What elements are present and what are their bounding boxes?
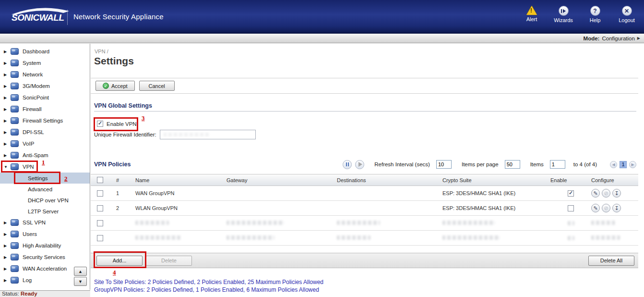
col-name: Name bbox=[135, 177, 227, 183]
play-refresh-button[interactable] bbox=[355, 160, 364, 169]
pause-icon bbox=[346, 162, 349, 166]
row-select-checkbox[interactable] bbox=[97, 235, 103, 241]
mode-arrow-icon[interactable]: ▶ bbox=[637, 36, 640, 40]
policy-name: WAN GroupVPN bbox=[135, 190, 227, 196]
expand-arrow-icon[interactable]: ▶ bbox=[4, 244, 9, 248]
logout-button[interactable]: ✕ Logout bbox=[616, 6, 637, 23]
policy-enable-checkbox[interactable] bbox=[568, 205, 574, 211]
help-icon: ? bbox=[590, 6, 600, 16]
redacted-content bbox=[135, 221, 169, 225]
sidebar-item-vpn[interactable]: ▼VPN bbox=[0, 161, 90, 173]
sidebar-item-l2tp-server[interactable]: L2TP Server bbox=[0, 206, 90, 217]
cancel-button[interactable]: Cancel bbox=[139, 81, 175, 91]
delete-all-button[interactable]: Delete All bbox=[588, 256, 634, 266]
mode-label: Mode: bbox=[584, 36, 600, 41]
row-select-checkbox[interactable] bbox=[97, 190, 103, 197]
pause-refresh-button[interactable] bbox=[343, 160, 352, 169]
sidebar-item-firewall[interactable]: ▶Firewall bbox=[0, 103, 90, 115]
logout-label: Logout bbox=[619, 17, 635, 23]
sidebar-item-label: Security Services bbox=[23, 254, 65, 260]
sidebar-item-network[interactable]: ▶Network bbox=[0, 69, 90, 80]
sidebar-item-label: WAN Acceleration bbox=[23, 266, 67, 272]
delete-policy-button[interactable]: Delete bbox=[146, 256, 192, 266]
status-bar: Status: Ready bbox=[0, 290, 90, 297]
sidebar-item-firewall-settings[interactable]: ▶Firewall Settings bbox=[0, 115, 90, 126]
expand-arrow-icon[interactable]: ▶ bbox=[4, 278, 9, 283]
current-page-button[interactable]: 1 bbox=[620, 161, 627, 168]
expand-arrow-icon[interactable]: ▶ bbox=[4, 130, 9, 135]
expand-arrow-icon[interactable]: ▶ bbox=[4, 232, 9, 236]
sidebar-item-anti-spam[interactable]: ▶Anti-Spam bbox=[0, 149, 90, 161]
sidebar-item-3g-modem[interactable]: ▶3G/Modem bbox=[0, 80, 90, 92]
help-button[interactable]: ? Help bbox=[584, 6, 606, 23]
row-select-checkbox[interactable] bbox=[97, 220, 103, 226]
items-label: Items bbox=[530, 161, 544, 167]
header-actions: Alert Wizards ? Help ✕ Logout bbox=[521, 6, 637, 23]
items-range-label: to 4 (of 4) bbox=[573, 161, 597, 167]
sidebar-item-dpi-ssl[interactable]: ▶DPI-SSL bbox=[0, 126, 90, 138]
page-title: Settings bbox=[94, 55, 134, 67]
logout-icon: ✕ bbox=[622, 6, 632, 16]
accept-button[interactable]: ✓ Accept bbox=[95, 81, 135, 91]
items-start-input[interactable] bbox=[550, 160, 565, 169]
mode-value[interactable]: Configuration bbox=[602, 36, 634, 41]
sidebar-item-security-services[interactable]: ▶Security Services bbox=[0, 251, 90, 263]
export-policy-icon[interactable]: ↧ bbox=[612, 204, 621, 212]
sonicpoint-icon bbox=[11, 94, 19, 101]
sidebar-item-label: Settings bbox=[28, 175, 48, 181]
expand-arrow-icon[interactable]: ▶ bbox=[4, 61, 9, 65]
expand-arrow-icon[interactable]: ▶ bbox=[4, 96, 9, 100]
expand-arrow-icon[interactable]: ▶ bbox=[4, 267, 9, 271]
select-all-checkbox[interactable] bbox=[97, 177, 103, 183]
expand-arrow-icon[interactable]: ▶ bbox=[4, 221, 9, 225]
expand-arrow-icon[interactable]: ▶ bbox=[4, 50, 9, 54]
disable-policy-icon[interactable]: ⊘ bbox=[602, 204, 610, 212]
expand-arrow-icon[interactable]: ▶ bbox=[4, 119, 9, 123]
dashboard-icon bbox=[11, 48, 19, 55]
sidebar-item-label: Anti-Spam bbox=[23, 152, 48, 158]
col-gateway: Gateway bbox=[227, 177, 337, 183]
sidebar-item-sonicpoint[interactable]: ▶SonicPoint bbox=[0, 92, 90, 103]
sidebar-item-dashboard[interactable]: ▶Dashboard bbox=[0, 46, 90, 57]
table-row bbox=[91, 216, 638, 231]
expand-arrow-icon[interactable]: ▶ bbox=[4, 73, 9, 77]
next-page-button[interactable]: ▶ bbox=[629, 161, 636, 168]
sidebar-item-users[interactable]: ▶Users bbox=[0, 228, 90, 240]
collapse-arrow-icon[interactable]: ▼ bbox=[4, 165, 9, 169]
table-row: 2 WLAN GroupVPN ESP: 3DES/HMAC SHA1 (IKE… bbox=[91, 201, 638, 216]
expand-arrow-icon[interactable]: ▶ bbox=[4, 142, 9, 146]
enable-vpn-checkbox[interactable] bbox=[97, 121, 103, 127]
export-policy-icon[interactable]: ↧ bbox=[612, 189, 621, 198]
sidebar-item-voip[interactable]: ▶VoIP bbox=[0, 138, 90, 149]
row-select-checkbox[interactable] bbox=[97, 205, 103, 211]
items-per-page-input[interactable] bbox=[505, 160, 520, 169]
alert-button[interactable]: Alert bbox=[521, 6, 542, 23]
edit-policy-icon[interactable]: ✎ bbox=[591, 204, 600, 212]
redacted-content bbox=[227, 235, 274, 240]
disable-policy-icon[interactable]: ⊘ bbox=[602, 189, 610, 198]
groupvpn-policies-note: GroupVPN Policies: 2 Policies Defined, 1… bbox=[94, 286, 319, 293]
sidebar-item-vpn-advanced[interactable]: Advanced bbox=[0, 184, 90, 195]
enable-vpn-label: Enable VPN bbox=[107, 121, 137, 127]
prev-page-button[interactable]: ◀ bbox=[610, 161, 617, 168]
expand-arrow-icon[interactable]: ▶ bbox=[4, 153, 9, 158]
sidebar-item-vpn-settings[interactable]: Settings bbox=[0, 173, 90, 184]
redacted-content bbox=[568, 236, 574, 240]
scroll-down-button[interactable]: ▼ bbox=[74, 277, 87, 286]
sidebar-item-high-availability[interactable]: ▶High Availability bbox=[0, 240, 90, 251]
scroll-up-button[interactable]: ▲ bbox=[74, 267, 87, 276]
sidebar-item-label: DHCP over VPN bbox=[28, 198, 69, 203]
refresh-interval-input[interactable] bbox=[436, 160, 452, 169]
sidebar-item-dhcp-over-vpn[interactable]: DHCP over VPN bbox=[0, 195, 90, 206]
expand-arrow-icon[interactable]: ▶ bbox=[4, 84, 9, 88]
items-per-page-label: Items per page bbox=[462, 161, 499, 167]
policy-enable-checkbox[interactable] bbox=[568, 190, 574, 197]
sidebar-item-system[interactable]: ▶System bbox=[0, 57, 90, 69]
edit-policy-icon[interactable]: ✎ bbox=[591, 189, 600, 198]
expand-arrow-icon[interactable]: ▶ bbox=[4, 107, 9, 111]
sidebar-item-label: SSL VPN bbox=[23, 220, 46, 225]
expand-arrow-icon[interactable]: ▶ bbox=[4, 255, 9, 260]
add-policy-button[interactable]: Add... bbox=[96, 256, 143, 266]
wizards-button[interactable]: Wizards bbox=[553, 6, 574, 23]
sidebar-item-ssl-vpn[interactable]: ▶SSL VPN bbox=[0, 217, 90, 228]
